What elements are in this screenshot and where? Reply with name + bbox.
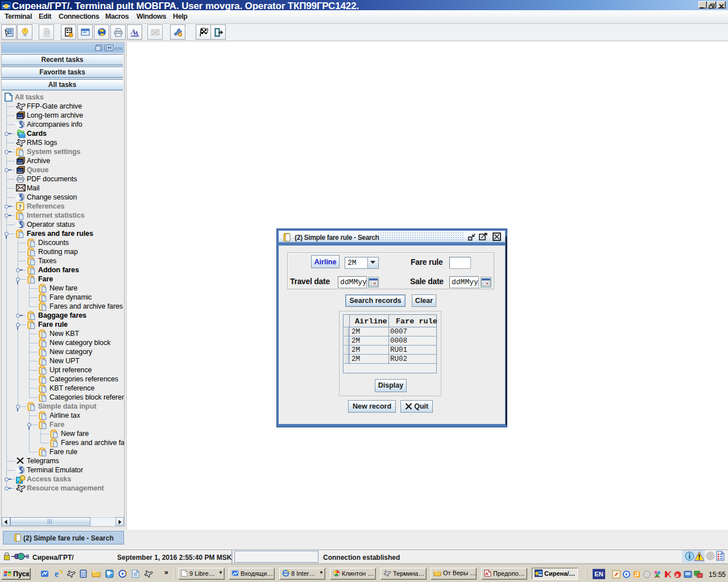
svg-text:?: ? [19, 203, 22, 210]
svg-text:a: a [676, 571, 679, 578]
svg-text:A: A [134, 30, 138, 36]
svg-text:A: A [485, 571, 489, 576]
svg-text:e: e [55, 569, 59, 578]
